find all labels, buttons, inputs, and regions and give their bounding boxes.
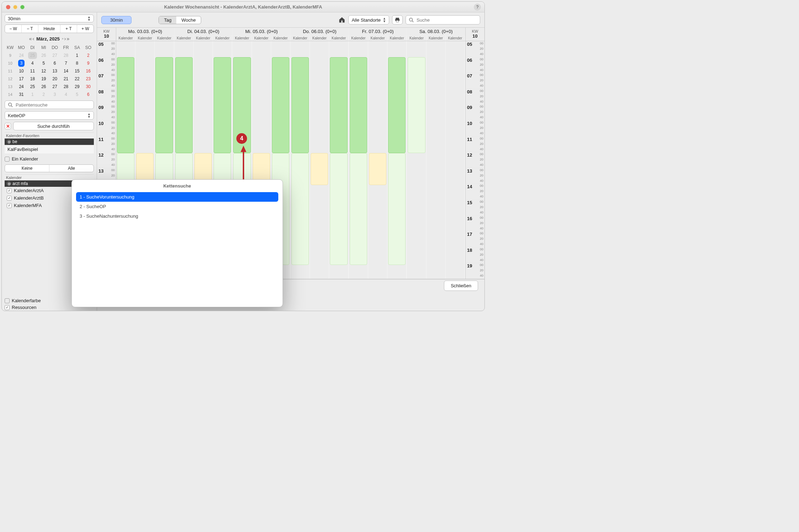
day-header[interactable]: Mo. 03.03. (0+0)KalenderKalenderKalender (116, 28, 175, 41)
minical-day[interactable]: 24 (16, 83, 27, 91)
select-all-button[interactable]: Alle (49, 165, 93, 172)
day-header[interactable]: Sa. 08.03. (0+0)KalenderKalenderKalender (407, 28, 465, 41)
minical-day[interactable]: 29 (71, 83, 82, 91)
day-header[interactable]: Fr. 07.03. (0+0)KalenderKalenderKalender (349, 28, 407, 41)
availability-block[interactable] (388, 57, 406, 153)
availability-block[interactable] (369, 153, 386, 185)
availability-block[interactable] (117, 57, 134, 153)
select-none-button[interactable]: Keine (5, 165, 49, 172)
availability-block[interactable] (408, 57, 425, 153)
seg-tag[interactable]: Tag (159, 16, 176, 24)
minical-day[interactable]: 8 (71, 59, 82, 67)
day-header[interactable]: Di. 04.03. (0+0)KalenderKalenderKalender (175, 28, 233, 41)
minical-day[interactable]: 26 (38, 83, 49, 91)
minical-day[interactable]: 16 (83, 67, 94, 75)
chain-search-item[interactable]: 3 - SucheNachuntersuchung (76, 211, 278, 221)
minical-day[interactable]: 6 (49, 59, 60, 67)
month-nav-next[interactable]: •›» (62, 36, 69, 42)
minical-day[interactable]: 10 (16, 67, 27, 75)
home-icon[interactable] (338, 16, 345, 23)
minical-day[interactable]: 6 (83, 91, 94, 98)
nav-prev-day[interactable]: − T (22, 25, 38, 33)
minical-day[interactable]: 13 (49, 67, 60, 75)
availability-block[interactable] (175, 57, 193, 153)
availability-block[interactable] (311, 153, 328, 185)
favorite-item[interactable]: KalFavBeispiel (5, 145, 94, 153)
availability-block[interactable] (272, 57, 289, 153)
availability-block[interactable] (291, 57, 309, 153)
minical-day[interactable]: 12 (38, 67, 49, 75)
minical-day[interactable]: 20 (49, 75, 60, 83)
minical-day[interactable]: 2 (83, 51, 94, 59)
clear-chain-button[interactable]: ✕ (5, 123, 11, 129)
availability-block[interactable] (291, 153, 309, 265)
availability-block[interactable] (214, 57, 231, 153)
minical-day[interactable]: 25 (27, 51, 38, 59)
clear-filter-icon[interactable]: ⊗ (7, 140, 11, 144)
minical-day[interactable]: 24 (16, 51, 27, 59)
minical-day[interactable]: 4 (27, 59, 38, 67)
minical-day[interactable]: 21 (60, 75, 71, 83)
close-button[interactable]: Schließen (444, 281, 478, 291)
day-header[interactable]: Mi. 05.03. (0+0)KalenderKalenderKalender (232, 28, 291, 41)
patient-search[interactable] (5, 101, 94, 109)
minical-day[interactable]: 22 (71, 75, 82, 83)
availability-block[interactable] (330, 153, 347, 265)
mini-calendar[interactable]: KWMODIMIDOFRSASO924252627281210345678911… (5, 44, 94, 98)
seg-woche[interactable]: Woche (176, 16, 200, 24)
ressourcen-checkbox[interactable]: ✓ (5, 305, 10, 310)
kalenderfarbe-checkbox[interactable] (5, 298, 10, 303)
minical-day[interactable]: 5 (38, 59, 49, 67)
nav-prev-week[interactable]: − W (5, 25, 22, 33)
minical-day[interactable]: 30 (83, 83, 94, 91)
minical-day[interactable]: 17 (16, 75, 27, 83)
day-header[interactable]: Do. 06.03. (0+0)KalenderKalenderKalender (291, 28, 349, 41)
chain-search-item[interactable]: 2 - SucheOP (76, 202, 278, 211)
day-lane[interactable] (349, 41, 407, 279)
clear-filter-icon[interactable]: ⊗ (7, 181, 11, 186)
availability-block[interactable] (388, 153, 406, 265)
patient-search-input[interactable] (15, 102, 91, 108)
minical-day[interactable]: 27 (49, 83, 60, 91)
chain-search-item[interactable]: 1 - SucheVoruntersuchung (76, 192, 278, 202)
favorites-filter[interactable]: ⊗ be (5, 139, 94, 145)
minical-day[interactable]: 5 (71, 91, 82, 98)
minical-day[interactable]: 4 (60, 91, 71, 98)
minical-day[interactable]: 1 (27, 91, 38, 98)
minical-day[interactable]: 26 (38, 51, 49, 59)
nav-next-day[interactable]: + T (60, 25, 77, 33)
minical-day[interactable]: 2 (38, 91, 49, 98)
location-select[interactable]: Alle Standorte ▲▼ (348, 15, 389, 25)
availability-block[interactable] (350, 57, 367, 153)
day-lane[interactable] (407, 41, 465, 279)
availability-block[interactable] (330, 57, 347, 153)
top-search[interactable] (406, 15, 480, 25)
one-calendar-checkbox[interactable] (5, 157, 10, 162)
minical-day[interactable]: 3 (16, 59, 27, 67)
minical-day[interactable]: 31 (16, 91, 27, 98)
minical-day[interactable]: 25 (27, 83, 38, 91)
print-button[interactable] (392, 15, 403, 25)
chain-select[interactable]: KetteOP ▲▼ (5, 111, 94, 120)
calendar-checkbox[interactable]: ✓ (7, 196, 12, 201)
zoom-chip[interactable]: 30min (101, 16, 132, 24)
minical-day[interactable]: 28 (60, 83, 71, 91)
nav-next-week[interactable]: + W (77, 25, 93, 33)
minical-day[interactable]: 27 (49, 51, 60, 59)
minical-day[interactable]: 11 (27, 67, 38, 75)
day-lane[interactable] (291, 41, 349, 279)
top-search-input[interactable] (416, 17, 477, 23)
minical-day[interactable]: 19 (38, 75, 49, 83)
calendar-checkbox[interactable]: ✓ (7, 188, 12, 193)
minical-day[interactable]: 14 (60, 67, 71, 75)
minical-day[interactable]: 15 (71, 67, 82, 75)
help-button[interactable]: ? (474, 4, 481, 11)
calendar-checkbox[interactable]: ✓ (7, 203, 12, 208)
minical-day[interactable]: 1 (71, 51, 82, 59)
minical-day[interactable]: 7 (60, 59, 71, 67)
availability-block[interactable] (350, 153, 367, 265)
run-search-button[interactable]: Suche durchfüh (13, 122, 94, 130)
minical-day[interactable]: 9 (83, 59, 94, 67)
nav-today[interactable]: Heute (38, 25, 60, 33)
availability-block[interactable] (155, 57, 173, 153)
